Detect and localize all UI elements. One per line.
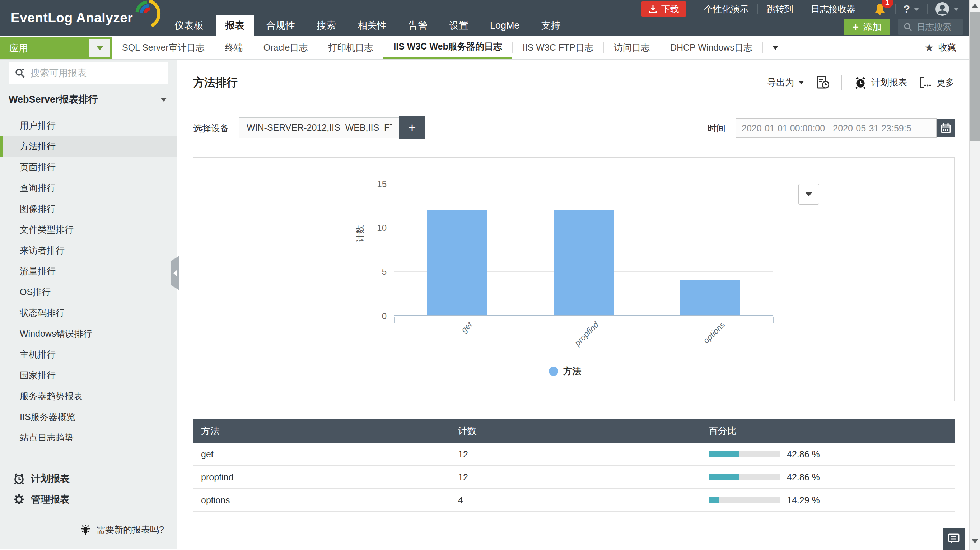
app-select-label: 应用 xyxy=(0,37,88,59)
add-button[interactable]: + 添加 xyxy=(843,19,890,35)
chart-bar[interactable] xyxy=(680,280,740,315)
col-header-method: 方法 xyxy=(193,425,458,437)
personalized-demo-link[interactable]: 个性化演示 xyxy=(695,3,757,15)
tab-printer-logs[interactable]: 打印机日志 xyxy=(318,36,383,59)
log-search-input[interactable] xyxy=(917,22,956,32)
tab-access-logs[interactable]: 访问日志 xyxy=(604,36,660,59)
need-new-reports-link[interactable]: 需要新的报表吗? xyxy=(0,519,177,540)
nav-compliance[interactable]: 合规性 xyxy=(257,15,304,36)
sidebar-section-webserver[interactable]: WebServer报表排行 xyxy=(0,84,177,115)
chart-legend[interactable]: 方法 xyxy=(549,365,581,377)
nav-support[interactable]: 支持 xyxy=(532,15,570,36)
chart-bar[interactable] xyxy=(554,210,614,315)
tab-terminal[interactable]: 终端 xyxy=(215,36,253,59)
help-menu[interactable]: ? xyxy=(896,3,927,15)
nav-alerts[interactable]: 告警 xyxy=(399,15,437,36)
percent-bar xyxy=(709,497,780,503)
scroll-down-arrow-icon[interactable] xyxy=(972,539,978,544)
report-history-button[interactable] xyxy=(816,75,829,90)
report-search-box[interactable] xyxy=(9,62,169,84)
notifications-button[interactable]: 1 xyxy=(864,3,895,16)
sidebar-item-users[interactable]: 用户排行 xyxy=(0,115,177,136)
schedule-report-button[interactable]: 计划报表 xyxy=(854,76,907,89)
manage-reports-button[interactable]: 管理报表 xyxy=(0,489,177,510)
plus-icon: + xyxy=(408,120,416,135)
gridline xyxy=(394,184,773,184)
progress-fill xyxy=(709,474,740,480)
sidebar-item-file-types[interactable]: 文件类型排行 xyxy=(0,219,177,240)
tab-oracle-logs[interactable]: Oracle日志 xyxy=(253,36,318,59)
page-scrollbar[interactable] xyxy=(969,0,980,550)
time-range-input[interactable] xyxy=(735,118,937,138)
feedback-chat-button[interactable] xyxy=(943,528,965,550)
time-range-group: 时间 xyxy=(708,118,955,138)
sidebar-item-methods[interactable]: 方法排行 xyxy=(0,136,177,157)
scheduled-reports-button[interactable]: 计划报表 xyxy=(0,468,177,489)
page-title: 方法排行 xyxy=(193,75,238,90)
col-header-percent: 百分比 xyxy=(709,425,955,437)
chart-collapse-button[interactable] xyxy=(799,184,819,205)
jump-to-link[interactable]: 跳转到 xyxy=(758,3,802,15)
more-options-icon xyxy=(920,76,932,89)
y-axis-tick: 0 xyxy=(361,311,387,321)
log-search-box[interactable] xyxy=(898,19,963,35)
sidebar-collapse-handle[interactable] xyxy=(171,256,179,290)
more-tabs-dropdown[interactable] xyxy=(763,36,788,59)
progress-fill xyxy=(709,451,740,457)
sidebar-item-windows-errors[interactable]: Windows错误排行 xyxy=(0,323,177,344)
col-header-count: 计数 xyxy=(458,425,709,437)
plus-icon: + xyxy=(852,21,859,33)
sidebar-item-traffic[interactable]: 流量排行 xyxy=(0,261,177,281)
user-menu[interactable] xyxy=(928,2,963,16)
sidebar-item-status-codes[interactable]: 状态码排行 xyxy=(0,302,177,323)
nav-logme[interactable]: LogMe xyxy=(480,15,529,36)
scrollbar-thumb[interactable] xyxy=(970,12,980,141)
sidebar-item-site-log-trend[interactable]: 站点日志趋势 xyxy=(0,427,177,441)
log-receiver-link[interactable]: 日志接收器 xyxy=(802,3,864,15)
table-row[interactable]: get 12 42.86 % xyxy=(193,443,955,466)
calendar-button[interactable] xyxy=(937,119,955,137)
percent-bar xyxy=(709,474,780,480)
sidebar-item-queries[interactable]: 查询排行 xyxy=(0,177,177,198)
device-input[interactable] xyxy=(239,118,399,138)
app-select-caret xyxy=(89,39,110,57)
tab-sql-server-audit[interactable]: SQL Server审计日志 xyxy=(112,36,215,59)
sidebar-item-images[interactable]: 图像排行 xyxy=(0,198,177,219)
table-row[interactable]: options 4 14.29 % xyxy=(193,489,955,512)
sidebar-item-iis-overview[interactable]: IIS服务器概览 xyxy=(0,406,177,427)
topbar: EventLog Analyzer 仪表板 报表 合规性 搜索 相关性 告警 设… xyxy=(0,0,980,36)
chart-bar[interactable] xyxy=(427,210,487,315)
nav-reports[interactable]: 报表 xyxy=(216,15,254,36)
scroll-up-arrow-icon[interactable] xyxy=(972,3,978,8)
table-row[interactable]: propfind 12 42.86 % xyxy=(193,466,955,489)
report-search-input[interactable] xyxy=(30,67,149,79)
sidebar-item-visitors[interactable]: 来访者排行 xyxy=(0,240,177,261)
download-button[interactable]: 下载 xyxy=(641,2,686,16)
tab-iis-w3c-web[interactable]: IIS W3C Web服务器的日志 xyxy=(383,36,512,59)
cell-percent: 42.86 % xyxy=(787,449,820,459)
export-as-dropdown[interactable]: 导出为 xyxy=(767,76,804,88)
sidebar-item-hosts[interactable]: 主机排行 xyxy=(0,344,177,365)
nav-correlation[interactable]: 相关性 xyxy=(348,15,396,36)
cell-count: 4 xyxy=(458,495,709,505)
alarm-clock-icon xyxy=(854,76,867,89)
more-button[interactable]: 更多 xyxy=(920,76,955,89)
sidebar-item-pages[interactable]: 页面排行 xyxy=(0,157,177,177)
nav-settings[interactable]: 设置 xyxy=(440,15,478,36)
app-select-dropdown[interactable]: 应用 xyxy=(0,37,112,59)
sidebar-item-countries[interactable]: 国家排行 xyxy=(0,365,177,386)
content-area: WebServer报表排行 用户排行 方法排行 页面排行 查询排行 图像排行 文… xyxy=(0,60,980,548)
star-icon: ★ xyxy=(924,41,934,54)
tab-dhcp-windows[interactable]: DHCP Windows日志 xyxy=(660,36,762,59)
nav-dashboard[interactable]: 仪表板 xyxy=(165,15,213,36)
nav-search[interactable]: 搜索 xyxy=(307,15,345,36)
add-device-button[interactable]: + xyxy=(399,116,425,139)
document-clock-icon xyxy=(816,75,829,90)
legend-label: 方法 xyxy=(563,365,581,377)
cell-count: 12 xyxy=(458,449,709,459)
sidebar-item-os[interactable]: OS排行 xyxy=(0,281,177,302)
sidebar-item-server-trend[interactable]: 服务器趋势报表 xyxy=(0,386,177,406)
report-header: 方法排行 导出为 xyxy=(193,60,955,102)
chevron-down-icon xyxy=(799,81,804,84)
tab-iis-w3c-ftp[interactable]: IIS W3C FTP日志 xyxy=(512,36,603,59)
